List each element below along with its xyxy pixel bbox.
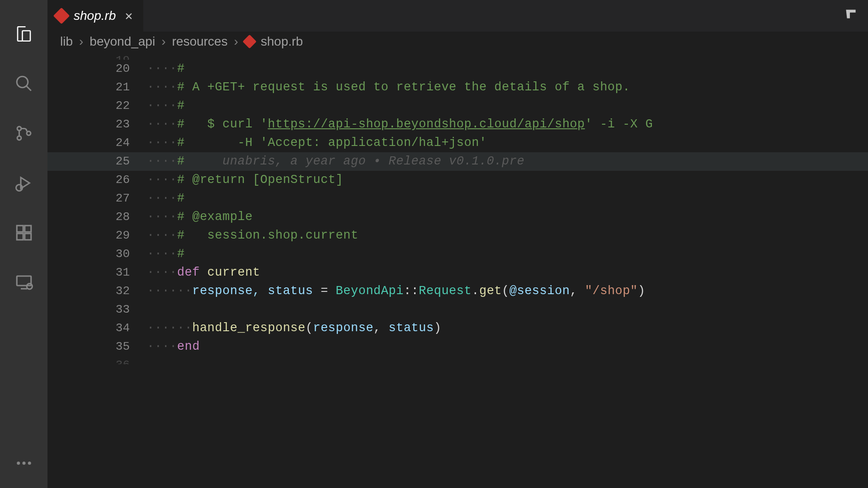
ruby-icon xyxy=(53,8,70,24)
remote-icon[interactable] xyxy=(10,269,38,296)
line-number: 35 xyxy=(47,338,147,356)
tab-shop-rb[interactable]: shop.rb ✕ xyxy=(47,0,144,32)
line-number: 29 xyxy=(47,226,147,245)
code-line[interactable] xyxy=(147,300,868,319)
debug-icon[interactable] xyxy=(10,169,38,197)
svg-point-16 xyxy=(28,462,31,465)
breadcrumb-item[interactable]: beyond_api xyxy=(90,34,155,49)
activity-bar xyxy=(0,0,47,488)
svg-rect-9 xyxy=(24,234,31,240)
extensions-icon[interactable] xyxy=(10,219,38,246)
explorer-icon[interactable] xyxy=(10,20,38,47)
more-icon[interactable] xyxy=(10,450,38,477)
line-number: 20 xyxy=(47,60,147,78)
line-gutter: 19 20 21 22 23 24 25 26 27 28 29 30 31 3… xyxy=(47,52,147,488)
code-line[interactable]: ····# xyxy=(147,189,868,208)
svg-rect-10 xyxy=(24,225,31,232)
line-number: 22 xyxy=(47,97,147,115)
code-line[interactable]: ····# unabris, a year ago • Release v0.1… xyxy=(147,152,868,171)
line-number: 21 xyxy=(47,78,147,97)
line-number: 19 xyxy=(47,52,147,60)
chevron-right-icon: › xyxy=(234,34,238,49)
code-line[interactable]: ····def current xyxy=(147,263,868,282)
breadcrumb[interactable]: lib › beyond_api › resources › shop.rb xyxy=(47,32,868,52)
code-line[interactable]: ····# $ curl 'https://api-shop.beyondsho… xyxy=(147,115,868,134)
svg-rect-8 xyxy=(17,234,23,240)
code-line[interactable]: ······response, status = BeyondApi::Requ… xyxy=(147,282,868,300)
tab-bar: shop.rb ✕ xyxy=(47,0,868,32)
svg-point-15 xyxy=(22,462,25,465)
code-line[interactable]: ····# -H 'Accept: application/hal+json' xyxy=(147,134,868,152)
tab-label: shop.rb xyxy=(74,9,116,23)
code-line[interactable]: ····# session.shop.current xyxy=(147,226,868,245)
svg-point-14 xyxy=(17,462,20,465)
code-line[interactable]: ····# @return [OpenStruct] xyxy=(147,171,868,189)
code-line[interactable] xyxy=(147,52,868,60)
line-number: 24 xyxy=(47,134,147,152)
source-control-icon[interactable] xyxy=(10,120,38,147)
svg-point-4 xyxy=(27,131,31,136)
code-editor[interactable]: 19 20 21 22 23 24 25 26 27 28 29 30 31 3… xyxy=(47,52,868,488)
ruby-icon xyxy=(242,34,256,48)
svg-point-0 xyxy=(17,76,28,88)
chevron-right-icon: › xyxy=(161,34,165,49)
breadcrumb-item[interactable]: shop.rb xyxy=(261,34,303,49)
line-number: 31 xyxy=(47,263,147,282)
line-number: 30 xyxy=(47,245,147,263)
search-icon[interactable] xyxy=(10,70,38,97)
line-number: 34 xyxy=(47,319,147,338)
line-number: 26 xyxy=(47,171,147,189)
code-line[interactable] xyxy=(147,356,868,364)
code-line[interactable]: ····# xyxy=(147,60,868,78)
code-line[interactable]: ····# xyxy=(147,97,868,115)
code-line[interactable]: ····end xyxy=(147,338,868,356)
svg-rect-7 xyxy=(17,225,23,232)
svg-line-1 xyxy=(26,86,31,91)
line-number: 27 xyxy=(47,189,147,208)
code-line[interactable]: ····# A +GET+ request is used to retriev… xyxy=(147,78,868,97)
code-line[interactable]: ······handle_response(response, status) xyxy=(147,319,868,338)
line-number: 23 xyxy=(47,115,147,134)
code-line[interactable]: ····# @example xyxy=(147,208,868,226)
tab-action-icon[interactable] xyxy=(834,6,868,26)
svg-point-3 xyxy=(17,136,21,140)
breadcrumb-item[interactable]: lib xyxy=(60,34,73,49)
svg-point-13 xyxy=(27,284,32,289)
breadcrumb-item[interactable]: resources xyxy=(172,34,227,49)
line-number: 33 xyxy=(47,300,147,319)
code-content[interactable]: ····# ····# A +GET+ request is used to r… xyxy=(147,52,868,488)
code-line[interactable]: ····# xyxy=(147,245,868,263)
editor-main: shop.rb ✕ lib › beyond_api › resources ›… xyxy=(47,0,868,488)
line-number: 32 xyxy=(47,282,147,300)
line-number: 36 xyxy=(47,356,147,364)
svg-point-2 xyxy=(17,127,21,131)
chevron-right-icon: › xyxy=(79,34,83,49)
close-icon[interactable]: ✕ xyxy=(122,8,135,23)
line-number: 25 xyxy=(47,152,147,171)
line-number: 28 xyxy=(47,208,147,226)
